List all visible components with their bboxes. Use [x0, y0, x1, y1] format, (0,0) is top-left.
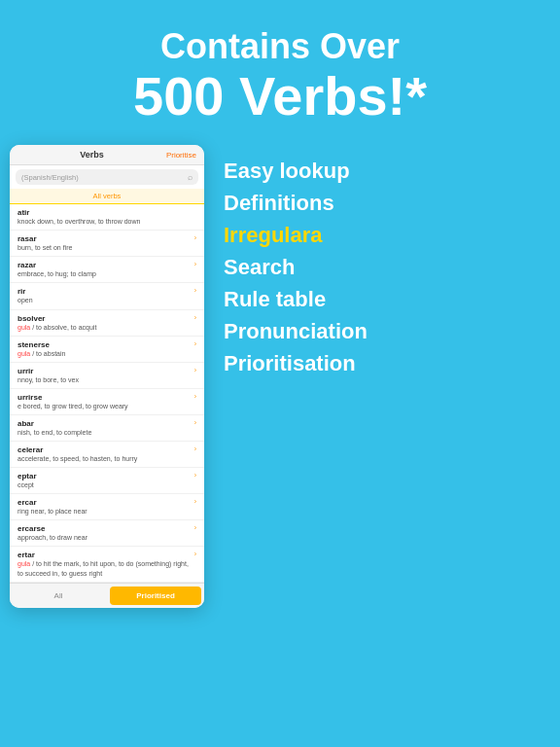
chevron-right-icon: › [194, 314, 196, 321]
feature-item: Prioritisation [224, 347, 550, 379]
chevron-right-icon: › [194, 340, 196, 347]
search-icon: ⌕ [188, 172, 192, 182]
filter-bar[interactable]: All verbs [10, 189, 204, 204]
list-item[interactable]: bsolvergula / to absolve, to acquit› [10, 310, 204, 337]
list-item[interactable]: abarnish, to end, to complete› [10, 415, 204, 442]
search-bar[interactable]: (Spanish/English) ⌕ [16, 169, 198, 185]
phone-footer: All Prioritised [10, 583, 204, 608]
chevron-right-icon: › [194, 419, 196, 426]
chevron-right-icon: › [194, 367, 196, 374]
chevron-right-icon: › [194, 445, 196, 452]
filter-label: All verbs [93, 192, 122, 200]
hero-section: Contains Over 500 Verbs!* [0, 0, 560, 145]
feature-item: Definitions [224, 187, 550, 219]
chevron-right-icon: › [194, 261, 196, 267]
feature-item: Search [224, 251, 550, 283]
phone-header-title: Verbs [18, 150, 166, 160]
list-item[interactable]: atirknock down, to overthrow, to throw d… [10, 204, 204, 231]
list-item[interactable]: rasarburn, to set on fire› [10, 231, 204, 257]
features-list: Easy lookupDefinitionsIrregularaSearchRu… [204, 145, 550, 607]
feature-item: Rule table [224, 283, 550, 315]
phone-mockup: Verbs Prioritise (Spanish/English) ⌕ All… [10, 145, 204, 607]
hero-line2: 500 Verbs!* [19, 66, 541, 126]
all-tab[interactable]: All [13, 587, 104, 605]
chevron-right-icon: › [194, 498, 196, 505]
list-item[interactable]: razarembrace, to hug; to clamp› [10, 257, 204, 283]
feature-item: Pronunciation [224, 315, 550, 347]
list-item[interactable]: urrirnnoy, to bore, to vex› [10, 363, 204, 389]
list-item[interactable]: ercarring near, to place near› [10, 494, 204, 520]
list-item[interactable]: urrirsee bored, to grow tired, to grow w… [10, 389, 204, 415]
chevron-right-icon: › [194, 287, 196, 294]
chevron-right-icon: › [194, 551, 196, 557]
list-item[interactable]: celeraraccelerate, to speed, to hasten, … [10, 442, 204, 468]
chevron-right-icon: › [194, 472, 196, 479]
prioritised-tab[interactable]: Prioritised [110, 587, 201, 605]
list-item[interactable]: riropen› [10, 283, 204, 309]
prioritise-button[interactable]: Prioritise [166, 151, 196, 160]
search-placeholder: (Spanish/English) [21, 173, 79, 182]
chevron-right-icon: › [194, 524, 196, 531]
list-item[interactable]: ercarseapproach, to draw near› [10, 520, 204, 547]
chevron-right-icon: › [194, 234, 196, 241]
list-item[interactable]: ertargula / to hit the mark, to hit upon… [10, 547, 204, 582]
feature-item: Irregulara [224, 219, 550, 251]
hero-line1: Contains Over [19, 27, 541, 66]
list-item[interactable]: stenersegula / to abstain› [10, 337, 204, 363]
feature-item: Easy lookup [224, 155, 550, 187]
verb-list: atirknock down, to overthrow, to throw d… [10, 204, 204, 582]
chevron-right-icon: › [194, 393, 196, 400]
list-item[interactable]: eptarccept› [10, 468, 204, 494]
